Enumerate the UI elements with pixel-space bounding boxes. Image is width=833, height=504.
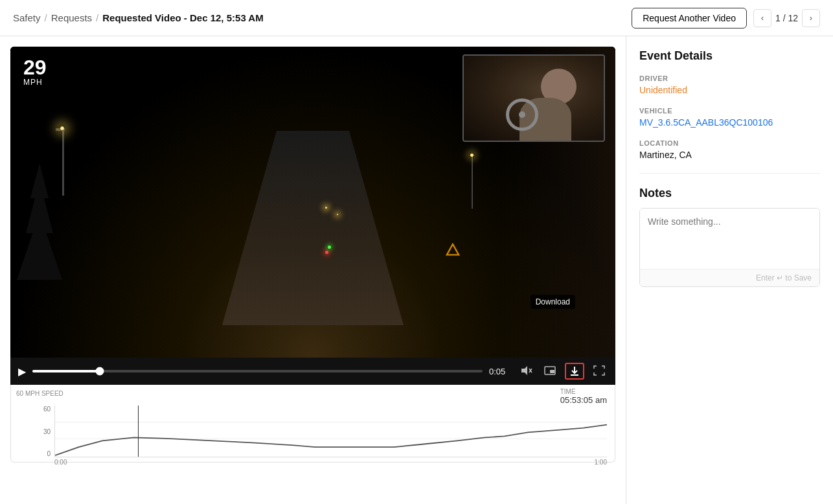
location-label: LOCATION <box>639 139 820 147</box>
pip-icon[interactable] <box>542 365 558 378</box>
chart-body: 60 30 0 <box>19 406 607 457</box>
tree-silhouette <box>17 163 62 280</box>
video-controls: ▶ 0:05 <box>10 358 615 385</box>
vehicle-label: VEHICLE <box>639 107 820 115</box>
pagination: ‹ 1 / 12 › <box>753 9 820 27</box>
distant-light-1 <box>325 207 327 209</box>
time-display: 0:05 <box>489 367 512 376</box>
breadcrumb-sep2: / <box>96 12 98 23</box>
steering-wheel <box>506 98 538 131</box>
driver-section: DRIVER Unidentified <box>639 74 820 95</box>
driver-value: Unidentified <box>639 85 820 95</box>
play-button[interactable]: ▶ <box>18 365 26 378</box>
event-details-title: Event Details <box>639 49 820 63</box>
svg-marker-1 <box>521 366 527 375</box>
notes-title: Notes <box>639 187 820 200</box>
breadcrumb-requests[interactable]: Requests <box>51 12 92 23</box>
divider <box>639 173 820 174</box>
breadcrumb-current: Requested Video - Dec 12, 5:53 AM <box>102 12 263 23</box>
mute-icon[interactable] <box>518 364 535 379</box>
video-screen[interactable]: 29 MPH Download <box>10 47 615 358</box>
video-container: 29 MPH Download ▶ <box>10 47 615 385</box>
vehicle-value[interactable]: MV_3.6.5CA_AABL36QC100106 <box>639 117 820 128</box>
chart-time-label: TIME <box>560 388 607 395</box>
fullscreen-icon[interactable] <box>591 364 608 379</box>
notes-textarea[interactable] <box>640 209 819 267</box>
speed-chart: 60 MPH SPEED TIME 05:53:05 am 60 30 0 <box>10 385 615 463</box>
next-page-button[interactable]: › <box>802 9 820 27</box>
left-panel: 29 MPH Download ▶ <box>0 36 626 504</box>
svg-marker-0 <box>447 244 459 255</box>
street-light-left <box>62 131 64 196</box>
breadcrumb-safety[interactable]: Safety <box>13 12 41 23</box>
y-axis: 60 30 0 <box>19 406 54 457</box>
notes-container: Enter ↵ to Save <box>639 208 820 287</box>
inset-camera <box>462 54 605 142</box>
traffic-light-red <box>325 251 328 254</box>
progress-fill <box>32 370 100 372</box>
street-light-right <box>472 157 473 209</box>
yield-sign <box>446 243 460 257</box>
chart-time-value: 05:53:05 am <box>560 395 607 405</box>
chart-time-info: TIME 05:53:05 am <box>560 388 607 405</box>
speed-overlay: 29 MPH <box>23 57 47 87</box>
y-0: 0 <box>47 450 51 457</box>
header: Safety / Requests / Requested Video - De… <box>0 0 833 36</box>
chart-area <box>54 406 607 457</box>
download-button[interactable] <box>565 363 584 380</box>
x-end: 1:00 <box>595 459 607 466</box>
request-another-video-button[interactable]: Request Another Video <box>632 8 747 29</box>
y-60: 60 <box>43 406 51 413</box>
x-start: 0:00 <box>54 459 67 466</box>
progress-thumb[interactable] <box>96 367 104 376</box>
breadcrumb-sep1: / <box>45 12 47 23</box>
page-indicator: 1 / 12 <box>775 13 798 23</box>
notes-save-hint: Enter ↵ to Save <box>640 269 819 286</box>
svg-rect-5 <box>550 370 554 373</box>
speed-value: 29 <box>23 57 47 78</box>
header-right: Request Another Video ‹ 1 / 12 › <box>632 8 820 29</box>
location-section: LOCATION Martinez, CA <box>639 139 820 160</box>
chart-y-label: 60 MPH SPEED <box>16 390 63 397</box>
progress-bar[interactable] <box>32 370 483 372</box>
right-panel: Event Details DRIVER Unidentified VEHICL… <box>626 36 833 504</box>
y-30: 30 <box>43 428 51 435</box>
driver-label: DRIVER <box>639 74 820 82</box>
prev-page-button[interactable]: ‹ <box>753 9 771 27</box>
location-value: Martinez, CA <box>639 150 820 160</box>
main-content: 29 MPH Download ▶ <box>0 36 833 504</box>
playhead-line <box>138 406 139 457</box>
road <box>222 131 404 325</box>
breadcrumb: Safety / Requests / Requested Video - De… <box>13 12 264 23</box>
speed-unit: MPH <box>23 78 47 87</box>
vehicle-section: VEHICLE MV_3.6.5CA_AABL36QC100106 <box>639 107 820 128</box>
x-axis: 0:00 1:00 <box>54 459 607 466</box>
inset-camera-content <box>464 56 604 141</box>
